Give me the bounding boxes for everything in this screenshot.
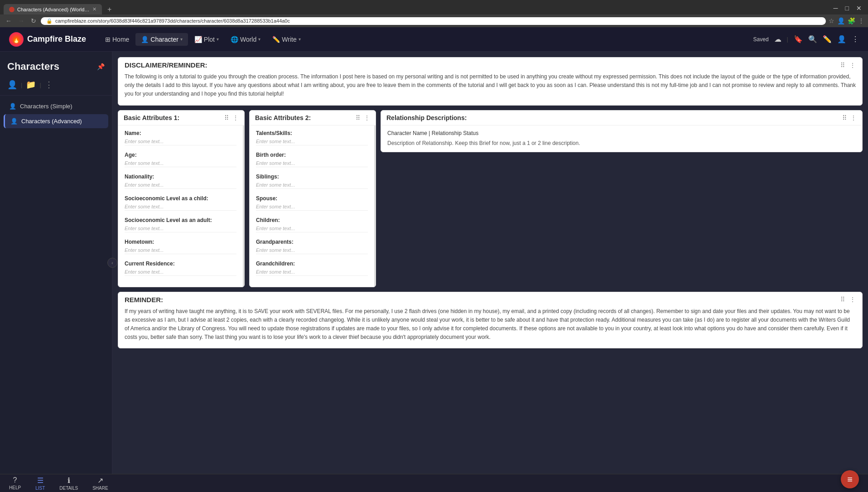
disclaimer-card: DISCLAIMER/REMINDER: ⠿ ⋮ The following i… bbox=[118, 57, 863, 106]
character-dropdown-icon: ▾ bbox=[180, 37, 183, 42]
field-children-label: Children: bbox=[256, 217, 368, 223]
bottom-action-bar: ? HELP ☰ LIST ℹ DETAILS ↗ SHARE ≡ bbox=[0, 474, 868, 492]
more-basic2-icon[interactable]: ⋮ bbox=[364, 114, 370, 121]
list-icon: ☰ bbox=[37, 476, 43, 485]
more-sidebar-icon[interactable]: ⋮ bbox=[45, 80, 53, 90]
field-grandparents: Grandparents: Enter some text... bbox=[256, 239, 368, 254]
more-header-icon[interactable]: ⋮ bbox=[852, 35, 859, 43]
home-icon: ⊞ bbox=[105, 36, 111, 43]
field-talents-label: Talents/Skills: bbox=[256, 130, 368, 136]
nav-item-plot[interactable]: 📈 Plot ▾ bbox=[189, 33, 224, 46]
field-siblings-input[interactable]: Enter some text... bbox=[256, 181, 368, 189]
reminder-controls: ⠿ ⋮ bbox=[840, 296, 856, 303]
field-talents-input[interactable]: Enter some text... bbox=[256, 138, 368, 145]
reminder-card-header: REMINDER: ⠿ ⋮ bbox=[118, 292, 862, 305]
field-current-residence-label: Current Residence: bbox=[125, 260, 236, 267]
field-age: Age: Enter some text... bbox=[125, 152, 236, 167]
field-nationality-label: Nationality: bbox=[125, 174, 236, 180]
profile-icon[interactable]: 👤 bbox=[837, 17, 845, 24]
app-title: Campfire Blaze bbox=[27, 34, 86, 44]
collapse-sidebar-button[interactable]: ‹ bbox=[107, 258, 117, 268]
folder-icon[interactable]: 📁 bbox=[26, 80, 36, 90]
pin-icon[interactable]: 📌 bbox=[97, 63, 105, 70]
close-icon[interactable]: ✕ bbox=[854, 4, 864, 13]
nav-item-world[interactable]: 🌐 World ▾ bbox=[225, 33, 266, 46]
list-action[interactable]: ☰ LIST bbox=[35, 476, 45, 491]
character-icon: 👤 bbox=[141, 36, 149, 43]
field-children-input[interactable]: Enter some text... bbox=[256, 225, 368, 232]
sidebar-actions: 👤 | 📁 | ⋮ bbox=[0, 76, 112, 96]
restore-icon[interactable]: □ bbox=[843, 4, 852, 13]
account-icon[interactable]: 👤 bbox=[837, 35, 846, 43]
basic1-body: Name: Enter some text... Age: Enter some… bbox=[118, 125, 244, 287]
field-spouse-input[interactable]: Enter some text... bbox=[256, 203, 368, 211]
disclaimer-title: DISCLAIMER/REMINDER: bbox=[125, 61, 207, 69]
security-lock-icon: 🔒 bbox=[46, 18, 53, 24]
details-action[interactable]: ℹ DETAILS bbox=[59, 476, 78, 491]
drag-handle-basic2[interactable]: ⠿ bbox=[356, 114, 360, 121]
drag-handle-basic1[interactable]: ⠿ bbox=[224, 114, 229, 121]
edit-icon[interactable]: ✏️ bbox=[823, 35, 832, 43]
more-rel-desc-icon[interactable]: ⋮ bbox=[850, 114, 857, 121]
field-current-residence-input[interactable]: Enter some text... bbox=[125, 268, 236, 276]
details-icon: ℹ bbox=[68, 476, 70, 485]
drag-handle-rel-desc[interactable]: ⠿ bbox=[842, 114, 847, 121]
field-grandparents-input[interactable]: Enter some text... bbox=[256, 246, 368, 254]
header-right: Saved ☁ | 🔖 🔍 ✏️ 👤 ⋮ bbox=[753, 35, 859, 43]
field-grandchildren-input[interactable]: Enter some text... bbox=[256, 268, 368, 276]
field-hometown-input[interactable]: Enter some text... bbox=[125, 246, 236, 254]
bookmark-icon[interactable]: ☆ bbox=[829, 17, 834, 24]
menu-icon[interactable]: ⋮ bbox=[858, 17, 864, 24]
nav-item-character[interactable]: 👤 Character ▾ bbox=[135, 33, 188, 46]
field-age-input[interactable]: Enter some text... bbox=[125, 159, 236, 167]
search-icon[interactable]: 🔍 bbox=[808, 35, 817, 43]
drag-handle-reminder[interactable]: ⠿ bbox=[840, 296, 845, 303]
help-action[interactable]: ? HELP bbox=[9, 476, 21, 491]
tab-close-icon[interactable]: ✕ bbox=[92, 6, 96, 12]
disclaimer-text: The following is only a tutorial to guid… bbox=[125, 72, 856, 99]
forward-button[interactable]: → bbox=[16, 16, 26, 25]
nav-item-write[interactable]: ✏️ Write ▾ bbox=[267, 33, 306, 46]
field-socio-child-input[interactable]: Enter some text... bbox=[125, 203, 236, 211]
field-talents: Talents/Skills: Enter some text... bbox=[256, 130, 368, 145]
more-reminder-icon[interactable]: ⋮ bbox=[849, 296, 856, 303]
list-label: LIST bbox=[35, 486, 45, 491]
basic2-header: Basic Attributes 2: ⠿ ⋮ bbox=[250, 111, 376, 125]
field-name-input[interactable]: Enter some text... bbox=[125, 138, 236, 145]
main-nav: ⊞ Home 👤 Character ▾ 📈 Plot ▾ 🌐 World ▾ … bbox=[100, 33, 306, 46]
share-action[interactable]: ↗ SHARE bbox=[92, 476, 108, 491]
field-nationality-input[interactable]: Enter some text... bbox=[125, 181, 236, 189]
field-nationality: Nationality: Enter some text... bbox=[125, 174, 236, 189]
content-area: DISCLAIMER/REMINDER: ⠿ ⋮ The following i… bbox=[112, 52, 868, 474]
new-tab-button[interactable]: + bbox=[104, 5, 115, 14]
sidebar-title: Characters bbox=[7, 61, 59, 72]
address-text: campfireblaze.com/story/6038d83f446c821a… bbox=[55, 18, 290, 24]
address-bar[interactable]: 🔒 campfireblaze.com/story/6038d83f446c82… bbox=[41, 17, 826, 25]
field-socio-child-label: Socioeconomic Level as a child: bbox=[125, 195, 236, 202]
world-dropdown-icon: ▾ bbox=[258, 37, 260, 42]
user-icon[interactable]: 👤 bbox=[7, 80, 17, 90]
back-button[interactable]: ← bbox=[4, 16, 14, 25]
field-birth-order-input[interactable]: Enter some text... bbox=[256, 159, 368, 167]
field-socio-adult-input[interactable]: Enter some text... bbox=[125, 225, 236, 232]
field-grandchildren-label: Grandchildren: bbox=[256, 260, 368, 267]
minimize-icon[interactable]: ─ bbox=[831, 4, 841, 13]
extensions-icon[interactable]: 🧩 bbox=[848, 17, 855, 24]
more-disclaimer-icon[interactable]: ⋮ bbox=[849, 62, 856, 69]
field-age-label: Age: bbox=[125, 152, 236, 158]
drag-handle-disclaimer[interactable]: ⠿ bbox=[840, 62, 845, 69]
more-basic1-icon[interactable]: ⋮ bbox=[232, 114, 239, 121]
basic2-controls: ⠿ ⋮ bbox=[356, 114, 370, 121]
browser-tab-active[interactable]: Characters (Advanced) (World-b... ✕ bbox=[4, 4, 102, 14]
field-name: Name: Enter some text... bbox=[125, 130, 236, 145]
nav-write-label: Write bbox=[282, 36, 296, 43]
bookmark-header-icon[interactable]: 🔖 bbox=[794, 35, 803, 43]
field-hometown-label: Hometown: bbox=[125, 239, 236, 245]
fab-button[interactable]: ≡ bbox=[841, 470, 859, 488]
saved-label: Saved bbox=[753, 36, 769, 43]
sidebar-item-simple[interactable]: 👤 Characters (Simple) bbox=[4, 99, 108, 113]
nav-item-home[interactable]: ⊞ Home bbox=[100, 33, 135, 46]
field-name-label: Name: bbox=[125, 130, 236, 136]
refresh-button[interactable]: ↻ bbox=[29, 16, 38, 25]
sidebar-item-advanced[interactable]: 👤 Characters (Advanced) bbox=[4, 114, 108, 128]
